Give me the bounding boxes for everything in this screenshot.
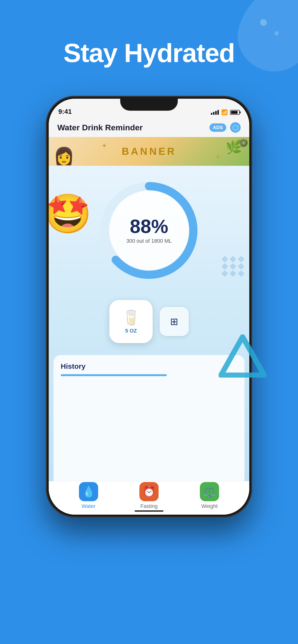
battery-icon [230,110,240,115]
tab-fasting[interactable]: ⏰ Fasting [139,482,159,509]
drink-5oz-button[interactable]: 🥛 5 OZ [109,300,153,343]
signal-icon [211,110,219,115]
tab-weight-label: Weight [201,503,218,509]
tab-water-label: Water [82,503,95,509]
battery-tip [240,112,241,113]
settings-button[interactable]: ◯ [230,122,241,133]
signal-bar-2 [213,112,215,115]
home-indicator [135,510,163,512]
diamond-9 [238,270,244,277]
signal-bar-1 [211,113,212,115]
status-time: 9:41 [58,108,72,116]
app-title: Water Drink Reminder [57,123,143,132]
water-drop-icon: 💧 [82,486,95,498]
diamond-decorations [222,257,244,276]
banner-plus-2: ✦ [215,153,221,161]
diamond-7 [221,270,228,277]
history-section: History [54,355,244,484]
tab-bar: 💧 Water ⏰ Fasting ⚖️ Weigh [49,481,249,514]
banner-plus-1: ✦ [101,142,107,150]
phone-screen: 9:41 📶 Water Drink [49,99,249,514]
diamond-8 [230,270,236,277]
banner-text: BANNER [122,146,176,157]
tab-water-icon-wrapper: 💧 [79,482,98,501]
emoji-mascot: 🤩 [49,194,92,242]
progress-center: 88% 300 out of 1800 ML [126,217,172,244]
phone-frame: 9:41 📶 Water Drink [46,96,252,518]
diamond-1 [221,256,228,262]
battery-fill [231,111,238,114]
ads-button[interactable]: ADS [209,124,226,132]
diamond-2 [230,256,236,262]
history-progress-bar [61,374,167,376]
banner-ad: 👩 BANNER ✦ ✦ 🌿 × [49,137,249,166]
diamond-6 [238,263,244,270]
tab-fasting-icon-wrapper: ⏰ [139,482,159,501]
status-icons: 📶 [211,109,240,116]
diamond-3 [238,256,244,262]
fasting-clock-icon: ⏰ [142,486,156,498]
settings-icon: ◯ [232,124,238,130]
bg-dot-1 [260,19,267,26]
phone-wrapper: 9:41 📶 Water Drink [46,96,252,518]
history-title: History [61,362,237,370]
progress-detail: 300 out of 1800 ML [126,238,172,244]
drink-custom-button[interactable]: ⊞ [160,307,189,336]
triangle-logo-decoration [219,334,266,378]
svg-marker-15 [221,337,264,375]
app-header: Water Drink Reminder ADS ◯ [49,118,249,137]
diamond-5 [230,263,236,270]
bg-dot-2 [274,31,279,36]
drink-buttons: 🥛 5 OZ ⊞ [109,300,189,343]
signal-bar-3 [215,111,217,115]
tab-weight[interactable]: ⚖️ Weight [200,482,219,509]
phone-notch [120,99,178,111]
banner-close-button[interactable]: × [240,139,247,146]
tab-water[interactable]: 💧 Water [79,482,98,509]
signal-bar-4 [217,110,219,115]
diamond-4 [221,263,228,270]
drink-oz-label: 5 OZ [125,328,137,334]
header-buttons: ADS ◯ [209,122,241,133]
glass-5oz-icon: 🥛 [122,309,140,326]
weight-scale-icon: ⚖️ [203,486,216,498]
tab-weight-icon-wrapper: ⚖️ [200,482,219,501]
mascot-emoji: 🤩 [49,192,92,235]
banner-girl-icon: 👩 [54,146,74,166]
tab-fasting-label: Fasting [140,503,158,509]
custom-cup-icon: ⊞ [170,316,178,327]
progress-percent: 88% [126,217,172,236]
wifi-icon: 📶 [221,109,228,116]
triangle-svg [219,334,266,378]
progress-container: 88% 300 out of 1800 ML [96,178,202,283]
page-headline: Stay Hydrated [0,38,298,67]
